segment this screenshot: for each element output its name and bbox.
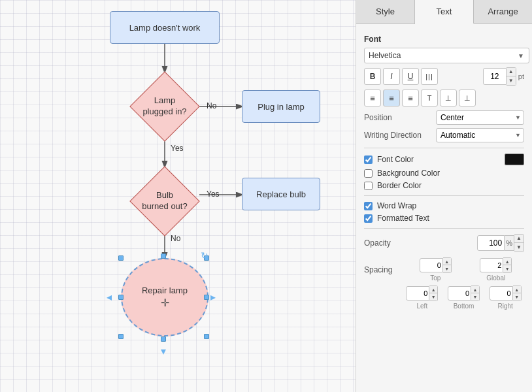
position-select[interactable]: Center Left Right [436,110,524,125]
spacing-global-label: Global [486,274,505,282]
spacing-global-down[interactable]: ▼ [503,265,511,272]
spacing-bottom-up[interactable]: ▲ [471,286,479,293]
bg-color-checkbox[interactable] [364,169,373,178]
position-select-wrap: Center Left Right ▼ [436,110,524,125]
border-color-row: Border Color [364,181,524,190]
spacing-bottom-down[interactable]: ▼ [471,293,479,301]
font-color-swatch[interactable] [505,154,524,165]
border-color-checkbox[interactable] [364,182,373,190]
spacing-row-2: ▲ ▼ Left ▲ ▼ Bottom [364,286,524,310]
spacing-left-down[interactable]: ▼ [429,293,437,301]
opacity-spinners: ▲ ▼ [514,234,524,252]
writing-direction-select[interactable]: Automatic Left to Right Right to Left [436,128,524,142]
font-color-checkbox[interactable] [364,155,373,164]
bold-button[interactable]: B [364,68,381,85]
opacity-input[interactable] [477,235,505,251]
font-size-up[interactable]: ▲ [507,68,516,76]
align-left-btn[interactable]: ≡ [364,90,381,106]
tab-arrange[interactable]: Arrange [474,0,532,24]
valign-top-btn[interactable]: T [421,90,438,106]
align-right-btn[interactable]: ≡ [402,90,419,106]
no-label-2: No [171,234,180,243]
spacing-left-input[interactable] [406,286,429,301]
spacing-right-down[interactable]: ▼ [513,293,521,301]
node-lamp-plugged[interactable]: Lamp plugged in? [127,72,202,141]
spacing-right-label: Right [498,302,513,310]
arrow-down: ▾ [161,346,166,357]
underline-button[interactable]: U [402,68,419,85]
spacing-top-down[interactable]: ▼ [443,265,451,272]
handle-br[interactable] [204,334,209,339]
spacing-top-up[interactable]: ▲ [443,258,451,265]
tab-text[interactable]: Text [415,0,474,24]
handle-bc[interactable] [161,336,166,342]
opacity-down[interactable]: ▼ [514,243,524,252]
vert-lines-icon[interactable]: ||| [421,68,438,85]
formatted-text-checkbox[interactable] [364,214,373,223]
divider-1 [364,148,524,148]
no-label-1: No [207,101,216,110]
formatted-text-row: Formatted Text [364,214,524,223]
node-bulb-burned[interactable]: Bulb burned out? [127,167,202,236]
writing-direction-row: Writing Direction Automatic Left to Righ… [364,128,524,142]
valign-mid-btn[interactable]: ⊥ [440,90,457,106]
opacity-row: Opacity % ▲ ▼ [364,234,524,252]
canvas[interactable]: Lamp doesn't work Lamp plugged in? No Ye… [0,0,356,392]
spacing-left-up[interactable]: ▲ [429,286,437,293]
spacing-global-up[interactable]: ▲ [503,258,511,265]
arrow-left: ◂ [107,292,112,302]
divider-2 [364,195,524,196]
rotate-handle[interactable]: ↻ [201,250,208,261]
italic-button[interactable]: I [383,68,400,85]
bg-color-row: Background Color [364,169,524,178]
yes-label-2: Yes [207,189,220,199]
divider-3 [364,228,524,229]
handle-ml[interactable] [118,295,124,300]
font-size-group: ▲ ▼ pt [483,67,524,86]
position-row: Position Center Left Right ▼ [364,110,524,125]
node-lamp-doesnt-work[interactable]: Lamp doesn't work [110,11,220,44]
handle-tl[interactable] [118,255,124,261]
spacing-section: Spacing ▲ ▼ Top [364,257,524,310]
font-size-spinners: ▲ ▼ [507,67,516,86]
bg-color-label: Background Color [377,169,440,178]
font-size-unit: pt [518,73,524,80]
font-select[interactable]: Helvetica [364,48,529,63]
spacing-right-item: ▲ ▼ Right [486,286,524,310]
formatted-text-label: Formatted Text [377,214,429,223]
font-size-down[interactable]: ▼ [507,76,516,85]
spacing-right-input[interactable] [490,286,513,301]
spacing-left-item: ▲ ▼ Left [403,286,441,310]
opacity-input-group: % ▲ ▼ [477,234,524,252]
spacing-bottom-input[interactable] [448,286,471,301]
node-plug-in-lamp[interactable]: Plug in lamp [242,90,320,123]
align-center-btn[interactable]: ≡ [383,90,400,106]
border-color-label: Border Color [377,181,422,190]
tab-style[interactable]: Style [356,0,415,24]
node-repair-lamp[interactable]: Repair lamp ✛ [121,258,208,336]
writing-direction-label: Writing Direction [364,131,436,140]
font-color-label: Font Color [377,155,414,164]
spacing-right-up[interactable]: ▲ [513,286,521,293]
handle-bl[interactable] [118,334,124,339]
spacing-top-input[interactable] [420,258,443,272]
arrow-right: ▸ [210,292,216,302]
handle-mr[interactable] [204,295,209,300]
node-replace-bulb[interactable]: Replace bulb [242,178,320,210]
spacing-global-item: ▲ ▼ Global [468,257,525,282]
word-wrap-checkbox[interactable] [364,202,373,210]
align-row: ≡ ≡ ≡ T ⊥ ⊥ [364,90,524,106]
spacing-top-item: ▲ ▼ Top [407,257,464,282]
spacing-row-1: Spacing ▲ ▼ Top [364,257,524,282]
font-color-row: Font Color [364,154,524,165]
spacing-top-label: Top [430,274,441,282]
opacity-up[interactable]: ▲ [514,235,524,243]
spacing-global-input[interactable] [480,258,503,272]
handle-tc[interactable] [161,253,166,259]
position-label: Position [364,113,436,122]
move-cursor-icon: ✛ [161,297,169,309]
font-size-input[interactable] [483,68,507,85]
word-wrap-row: Word Wrap [364,201,524,210]
right-panel: Style Text Arrange Font Helvetica ▼ B I … [356,0,532,392]
valign-bot-btn[interactable]: ⊥ [459,90,476,106]
